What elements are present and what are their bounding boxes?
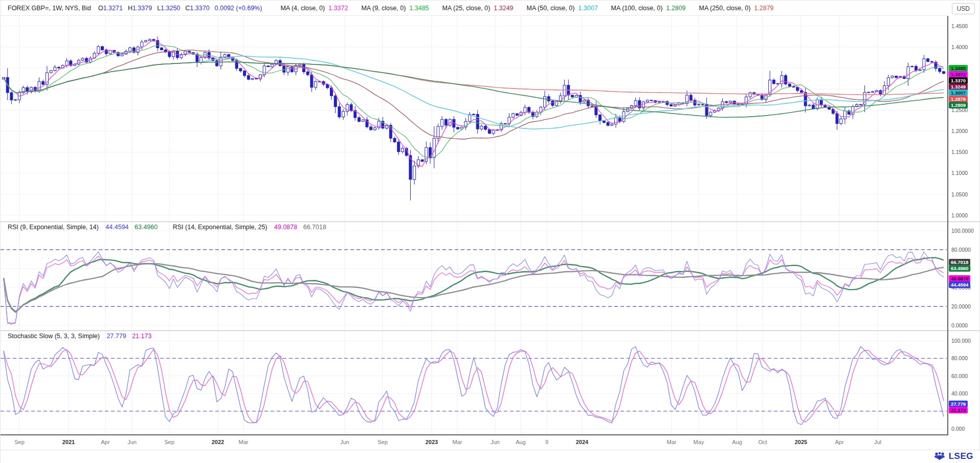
time-axis-tick: 9 (536, 439, 558, 445)
stochastic-label: Stochastic Slow (5, 3, 3, Simple) (8, 333, 100, 340)
ma-legend-item[interactable]: MA (250, close, 0)1.2879 (699, 5, 774, 12)
chart-canvas[interactable] (1, 1, 947, 463)
axis-tick-label: 80.000 (951, 355, 968, 361)
chart-panel[interactable] (1, 16, 947, 222)
time-axis-tick: 2025 (790, 439, 812, 445)
time-axis-tick: Jun (484, 439, 506, 445)
ohlc-item: L1.3250 (157, 5, 180, 12)
chart-panel[interactable] (1, 330, 947, 434)
time-axis-tick: Oct (751, 439, 774, 445)
bottom-strip (1, 450, 980, 463)
time-axis-tick: Aug (726, 439, 748, 445)
axis-tick-label: 1.4500 (951, 23, 968, 29)
time-axis-tick: Jun (121, 439, 143, 445)
time-axis-tick: Mar (446, 439, 469, 445)
axis-tick-label: 20.0000 (951, 303, 971, 310)
time-axis-tick: 2021 (57, 439, 80, 445)
axis-tick-label: 1.2000 (951, 128, 968, 134)
price-badge: 21.173 (949, 407, 968, 413)
axis-tick-label: 100.000 (951, 338, 971, 344)
ma-legend: MA (4, close, 0)1.3372MA (9, close, 0)1.… (267, 5, 773, 12)
time-axis-tick: Mar (660, 439, 683, 445)
time-axis-tick: 2024 (571, 439, 593, 445)
price-badge: 63.4960 (949, 265, 970, 272)
rsi-legend[interactable]: RSI (9, Exponential, Simple, 14) 44.4594… (8, 224, 326, 231)
rsi9-value: 44.4594 (105, 224, 128, 231)
stochastic-legend[interactable]: Stochastic Slow (5, 3, 3, Simple) 27.779… (8, 333, 151, 340)
axis-tick-label: 1.1500 (951, 149, 968, 155)
time-axis-tick: Apr (828, 439, 851, 445)
time-axis-tick: Sep (8, 439, 31, 445)
stoch-d-value: 21.173 (132, 333, 151, 340)
axis-tick-label: 1.0000 (951, 212, 968, 218)
time-axis-tick: Apr (94, 439, 117, 445)
chart-application-window: FOREX GBP=, 1W, NYS, Bid O1.3271H1.3379L… (0, 0, 980, 463)
axis-tick-label: 1.4000 (951, 44, 968, 50)
ma-legend-item[interactable]: MA (9, close, 0)1.3485 (361, 5, 429, 12)
axis-tick-label: 1.0500 (951, 191, 968, 197)
ohlc-item: 0.0092 (+0.69%) (215, 5, 262, 12)
time-axis-tick: Jun (333, 439, 356, 445)
ma-legend-item[interactable]: MA (4, close, 0)1.3372 (280, 5, 348, 12)
axis-tick-label: 0.0000 (951, 322, 968, 328)
ohlc-item: H1.3379 (128, 5, 152, 12)
axis-tick-label: 1.1000 (951, 170, 968, 176)
axis-tick-label: 100.0000 (951, 228, 974, 234)
time-axis-line (1, 434, 948, 435)
time-axis-tick: May (687, 439, 710, 445)
axis-tick-label: 80.0000 (951, 247, 971, 253)
price-badge: 44.4594 (949, 281, 970, 288)
panel-divider (1, 330, 980, 331)
time-axis-tick: Sep (371, 439, 394, 445)
time-axis-tick: Sep (158, 439, 181, 445)
currency-selector[interactable]: USD (952, 3, 975, 14)
lseg-crest-icon (933, 451, 946, 462)
time-axis-tick: Jul (866, 439, 889, 445)
chart-header: FOREX GBP=, 1W, NYS, Bid O1.3271H1.3379L… (1, 1, 947, 16)
ohlc-readout: O1.3271H1.3379L1.3250C1.33700.0092 (+0.6… (98, 5, 267, 12)
lseg-logo: LSEG (933, 451, 973, 462)
ma-legend-item[interactable]: MA (25, close, 0)1.3249 (442, 5, 514, 12)
stoch-k-value: 27.779 (106, 333, 126, 340)
panel-divider (1, 222, 980, 222)
axis-tick-label: 60.000 (951, 373, 968, 379)
rsi14-value: 49.0878 (274, 224, 297, 231)
time-axis-tick: Aug (509, 439, 532, 445)
ohlc-item: O1.3271 (98, 5, 123, 12)
chart-panel[interactable] (1, 222, 947, 330)
axis-tick-label: 0.000 (951, 426, 965, 432)
time-axis-tick: 2022 (207, 439, 229, 445)
rsi9-avg-value: 63.4960 (135, 224, 158, 231)
lseg-logo-text: LSEG (949, 451, 973, 461)
time-axis-tick: Mar (232, 439, 255, 445)
ma-legend-item[interactable]: MA (100, close, 0)1.2809 (611, 5, 686, 12)
rsi-label: RSI (9, Exponential, Simple, 14) (8, 224, 99, 231)
rsi14-label: RSI (14, Exponential, Simple, 25) (173, 224, 268, 231)
rsi14-avg-value: 66.7018 (303, 224, 326, 231)
ohlc-item: C1.3370 (185, 5, 209, 12)
price-badge: 66.7018 (949, 259, 970, 266)
price-axis-gutter: 1.45001.40001.35001.30001.25001.20001.15… (947, 1, 980, 463)
price-badge: 1.2809 (949, 102, 968, 108)
time-axis-tick: 2023 (420, 439, 443, 445)
axis-tick-label: 40.000 (951, 390, 968, 396)
instrument-title[interactable]: FOREX GBP=, 1W, NYS, Bid (8, 5, 91, 12)
ma-legend-item[interactable]: MA (50, close, 0)1.3007 (527, 5, 598, 12)
